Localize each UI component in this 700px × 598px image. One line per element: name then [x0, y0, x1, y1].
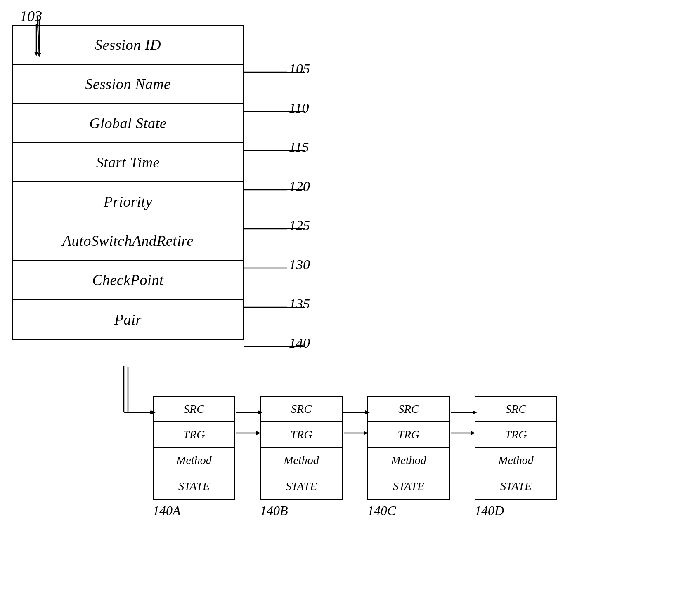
checkpoint-row: CheckPoint — [13, 261, 243, 300]
pair-box-140a: SRC TRG Method STATE — [153, 396, 235, 500]
box-140b-trg: TRG — [261, 422, 342, 448]
ref-115: 115 — [289, 139, 309, 155]
box-140d-trg: TRG — [475, 422, 556, 448]
ref-110: 110 — [289, 100, 309, 116]
priority-row: Priority — [13, 182, 243, 221]
box-140c-src: SRC — [368, 397, 449, 422]
start-time-row: Start Time — [13, 143, 243, 182]
main-record: Session ID Session Name Global State Sta… — [12, 25, 244, 340]
box-140c-method: Method — [368, 448, 449, 473]
session-id-row: Session ID — [13, 26, 243, 65]
checkpoint-label: CheckPoint — [92, 271, 164, 289]
pair-box-140c: SRC TRG Method STATE — [367, 396, 450, 500]
label-140b: 140B — [260, 503, 288, 518]
ref-135: 135 — [289, 296, 310, 312]
pair-box-140b: SRC TRG Method STATE — [260, 396, 343, 500]
global-state-row: Global State — [13, 104, 243, 143]
pair-label-text: Pair — [114, 311, 142, 328]
ref-120: 120 — [289, 179, 310, 194]
session-name-label: Session Name — [85, 75, 171, 93]
label-140a: 140A — [153, 503, 181, 518]
box-140a-trg: TRG — [154, 422, 234, 448]
ref-130: 130 — [289, 257, 310, 273]
box-140d-src: SRC — [475, 397, 556, 422]
box-140d-state: STATE — [475, 473, 556, 499]
box-140a-method: Method — [154, 448, 234, 473]
ref-125: 125 — [289, 218, 310, 233]
label-140c: 140C — [367, 503, 396, 518]
box-140b-src: SRC — [261, 397, 342, 422]
priority-label: Priority — [104, 193, 152, 210]
pair-row: Pair — [13, 300, 243, 339]
global-state-label: Global State — [90, 115, 167, 132]
session-name-row: Session Name — [13, 65, 243, 104]
box-140a-src: SRC — [154, 397, 234, 422]
autoswitch-row: AutoSwitchAndRetire — [13, 221, 243, 261]
ref-140: 140 — [289, 335, 310, 351]
box-140c-state: STATE — [368, 473, 449, 499]
label-140d: 140D — [475, 503, 504, 518]
box-140c-trg: TRG — [368, 422, 449, 448]
box-140b-method: Method — [261, 448, 342, 473]
start-time-label: Start Time — [96, 154, 160, 171]
box-140d-method: Method — [475, 448, 556, 473]
box-140a-state: STATE — [154, 473, 234, 499]
autoswitch-label: AutoSwitchAndRetire — [62, 232, 194, 250]
pair-box-140d: SRC TRG Method STATE — [475, 396, 557, 500]
session-id-label: Session ID — [95, 36, 161, 54]
ref-105: 105 — [289, 61, 310, 77]
box-140b-state: STATE — [261, 473, 342, 499]
